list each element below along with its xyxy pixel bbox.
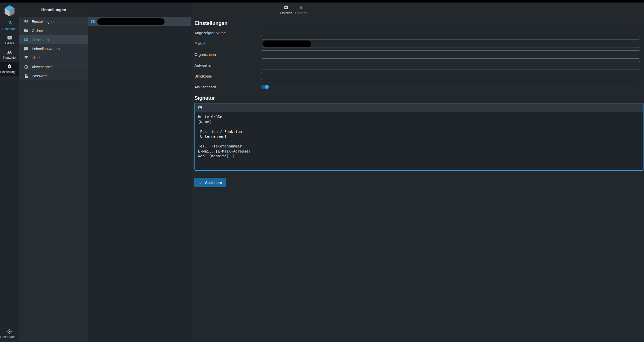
webmail-settings-window: Schreiben E-Mail Kontakte Einstellung… H — [0, 3, 644, 342]
form-row-reply-to: Antwort an — [194, 61, 640, 69]
form-row-email: E-Mail — [194, 40, 640, 48]
save-button-label: Speichern — [205, 180, 222, 185]
identities-panel — [88, 3, 191, 342]
clock-icon — [24, 65, 28, 69]
redacted-identity-email — [97, 18, 165, 25]
settings-menu-panel: Einstellungen Einstellungen Ordner Ident… — [19, 3, 88, 342]
identity-form: Einstellungen Angezeigter Name E-Mail Or… — [191, 3, 644, 342]
als-standard-toggle[interactable] — [261, 85, 269, 89]
taskmenu-item-compose[interactable]: Schreiben — [0, 19, 19, 33]
taskmenu-item-label: E-Mail — [5, 42, 14, 45]
image-icon — [198, 105, 203, 110]
reply-to-label: Antwort an — [194, 63, 261, 67]
settings-item-schnellantworten[interactable]: Schnellantworten — [19, 44, 88, 53]
taskmenu-item-contacts[interactable]: Kontakte — [0, 47, 19, 62]
email-label: E-Mail — [194, 42, 261, 46]
sliders-icon — [24, 19, 28, 24]
settings-item-label: Ordner — [32, 29, 43, 33]
settings-item-label: Filter — [32, 56, 40, 60]
taskmenu-item-settings[interactable]: Einstellung… — [0, 62, 19, 76]
settings-item-identitaeten[interactable]: Identitäten — [19, 35, 88, 44]
settings-item-einstellungen[interactable]: Einstellungen — [19, 17, 88, 26]
settings-item-label: Passwort — [32, 74, 47, 78]
organisation-input[interactable] — [261, 50, 640, 59]
app-logo — [0, 3, 19, 19]
form-row-default: Als Standard — [194, 84, 640, 90]
lock-icon — [24, 74, 28, 78]
toggle-knob — [265, 85, 269, 89]
identities-panel-header — [88, 3, 191, 17]
id-card-icon — [91, 19, 96, 24]
settings-item-label: Schnellantworten — [32, 47, 60, 51]
settings-item-ordner[interactable]: Ordner — [19, 26, 88, 35]
settings-item-label: Einstellungen — [32, 20, 54, 24]
identity-editor-panel: Erstellen Löschen Einstellungen Angezeig… — [191, 3, 644, 342]
bcc-input[interactable] — [261, 72, 640, 80]
compose-icon — [7, 21, 12, 26]
taskmenu-item-light-mode[interactable]: Heller Mod… — [0, 327, 19, 341]
form-row-display-name: Angezeigter Name — [194, 29, 640, 37]
settings-item-label: Abwesenheit — [32, 65, 53, 69]
top-clipped-bar — [0, 0, 644, 3]
form-row-organisation: Organisation — [194, 50, 640, 59]
id-card-icon — [24, 37, 28, 42]
mail-icon — [7, 35, 12, 40]
signature-editor: Beste Grüße [Name] [Position / Funktion]… — [194, 103, 643, 171]
form-row-bcc: Blindkopie — [194, 72, 640, 80]
email-input[interactable] — [261, 40, 640, 48]
folder-icon — [24, 28, 28, 33]
als-standard-label: Als Standard — [194, 85, 261, 89]
signature-toolbar — [195, 103, 643, 112]
light-mode-icon — [7, 329, 12, 334]
signature-text-area[interactable]: Beste Grüße [Name] [Position / Funktion]… — [195, 112, 643, 170]
funnel-icon — [24, 56, 28, 60]
taskmenu-item-label: Schreiben — [2, 27, 16, 31]
taskmenu-item-label: Kontakte — [3, 56, 16, 59]
signature-text: Beste Grüße [Name] [Position / Funktion]… — [198, 115, 640, 159]
signature-section-title: Signatur — [194, 95, 644, 101]
bcc-label: Blindkopie — [194, 74, 261, 78]
display-name-input[interactable] — [261, 29, 640, 37]
settings-item-abwesenheit[interactable]: Abwesenheit — [19, 62, 88, 71]
save-button[interactable]: Speichern — [194, 178, 226, 187]
taskmenu: Schreiben E-Mail Kontakte Einstellung… H — [0, 3, 19, 342]
speech-bubble-icon — [24, 47, 28, 51]
insert-image-button[interactable] — [198, 105, 203, 110]
form-section-title: Einstellungen — [194, 20, 644, 26]
taskmenu-item-mail[interactable]: E-Mail — [0, 33, 19, 47]
redacted-email-value — [263, 41, 311, 47]
check-icon — [198, 180, 203, 185]
display-name-label: Angezeigter Name — [194, 31, 261, 35]
taskmenu-item-label: Heller Mod… — [0, 335, 19, 339]
settings-item-passwort[interactable]: Passwort — [19, 71, 88, 81]
gear-icon — [7, 64, 12, 69]
taskmenu-item-label: Einstellung… — [0, 70, 19, 74]
identity-list-item-selected[interactable] — [88, 17, 191, 26]
reply-to-input[interactable] — [261, 61, 640, 69]
cube-logo-icon — [3, 4, 16, 17]
settings-item-label: Identitäten — [32, 38, 49, 42]
organisation-label: Organisation — [194, 52, 261, 57]
contacts-icon — [7, 50, 12, 55]
settings-menu-title: Einstellungen — [19, 3, 88, 17]
settings-item-filter[interactable]: Filter — [19, 53, 88, 62]
